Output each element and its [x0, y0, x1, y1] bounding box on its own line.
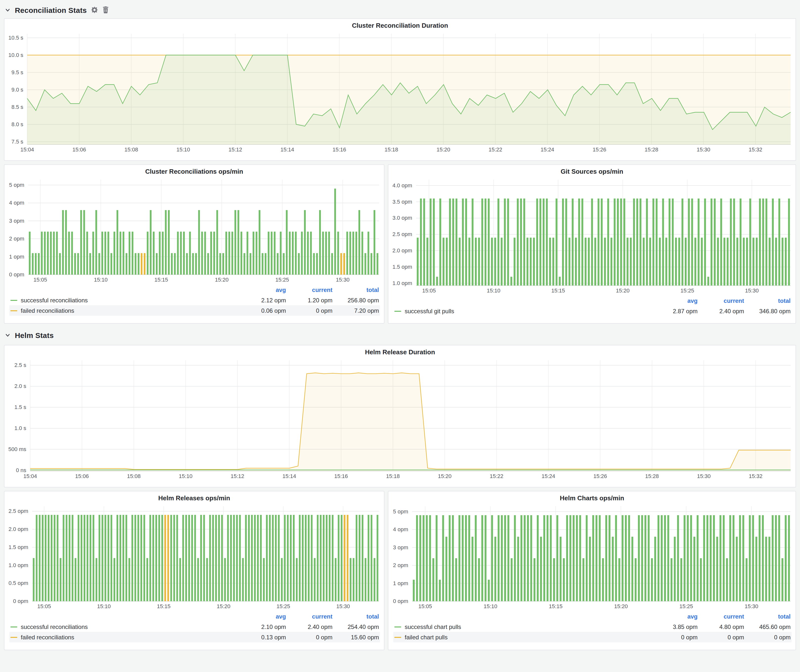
row-header-helm-stats[interactable]: Helm Stats [4, 328, 796, 342]
svg-text:3 opm: 3 opm [393, 544, 408, 550]
series-color-swatch [394, 626, 401, 627]
panel-title[interactable]: Cluster Reconciliations ops/min [5, 165, 384, 176]
panel-title[interactable]: Helm Releases ops/min [5, 491, 384, 502]
legend: avgcurrenttotalsuccessful reconciliation… [5, 285, 384, 316]
panel-title[interactable]: Cluster Reconciliation Duration [5, 19, 795, 30]
legend-value: 346.80 opm [744, 307, 790, 314]
svg-text:7.5 s: 7.5 s [11, 139, 23, 145]
svg-text:15:25: 15:25 [679, 603, 693, 610]
chart-cluster-reconciliations-opm[interactable]: 0 opm1 opm2 opm3 opm4 opm5 opm15:0515:10… [5, 176, 384, 285]
svg-text:15:18: 15:18 [386, 473, 400, 479]
svg-text:2 opm: 2 opm [9, 235, 24, 242]
chart-canvas[interactable]: 0 opm0.5 opm1.0 opm1.5 opm2.0 opm2.5 opm… [5, 502, 384, 611]
chevron-down-icon [5, 7, 10, 13]
svg-text:5 opm: 5 opm [393, 509, 408, 515]
svg-text:15:15: 15:15 [157, 603, 170, 610]
legend-value: 2.40 opm [698, 307, 744, 314]
svg-text:15:25: 15:25 [680, 288, 694, 294]
legend-header[interactable]: avg [240, 286, 286, 293]
legend-header[interactable]: total [744, 613, 790, 620]
legend-series-label[interactable]: failed reconciliations [10, 307, 240, 314]
svg-text:1.5 opm: 1.5 opm [9, 544, 29, 550]
gear-icon[interactable] [91, 6, 98, 13]
grafana-dashboard: Reconciliation Stats Cluster Reconciliat… [0, 0, 800, 672]
legend-header[interactable]: avg [651, 613, 698, 620]
legend: avgcurrenttotalsuccessful reconciliation… [5, 611, 384, 642]
panel-title[interactable]: Helm Release Duration [5, 346, 795, 356]
legend-header-row: avgcurrenttotal [393, 611, 792, 622]
series-color-swatch [10, 637, 17, 638]
svg-text:15:28: 15:28 [645, 473, 659, 479]
legend-header[interactable]: avg [240, 613, 286, 620]
chart-canvas[interactable]: 0 ns500 ms1.0 s1.5 s2.0 s2.5 s15:0415:06… [5, 356, 795, 481]
legend-series-label[interactable]: successful reconciliations [10, 623, 240, 630]
legend-value: 0 opm [286, 634, 333, 641]
legend-value: 15.60 opm [333, 634, 379, 641]
chart-canvas[interactable]: 0 opm1 opm2 opm3 opm4 opm5 opm15:0515:10… [5, 176, 384, 285]
svg-text:15:30: 15:30 [697, 473, 711, 479]
chart-canvas[interactable]: 1.0 opm1.5 opm2.0 opm2.5 opm3.0 opm3.5 o… [388, 176, 795, 295]
legend-header[interactable]: current [286, 613, 333, 620]
svg-text:3.0 opm: 3.0 opm [393, 215, 412, 221]
legend-value: 2.40 opm [286, 623, 333, 630]
row-title: Reconciliation Stats [15, 6, 87, 14]
panel-cluster-reconciliations-opm: Cluster Reconciliations ops/min 0 opm1 o… [4, 164, 384, 324]
svg-text:10.5 s: 10.5 s [8, 35, 23, 41]
chart-helm-charts-opm[interactable]: 0 opm1 opm2 opm3 opm4 opm5 opm15:0515:10… [388, 502, 795, 611]
legend-series-label[interactable]: failed chart pulls [394, 634, 651, 641]
svg-text:2.5 opm: 2.5 opm [9, 508, 29, 514]
legend-series-label[interactable]: failed reconciliations [10, 634, 240, 641]
row-header-reconciliation-stats[interactable]: Reconciliation Stats [4, 3, 796, 17]
legend-header[interactable]: current [286, 286, 333, 293]
svg-text:0 opm: 0 opm [9, 271, 24, 278]
chart-helm-releases-opm[interactable]: 0 opm0.5 opm1.0 opm1.5 opm2.0 opm2.5 opm… [5, 502, 384, 611]
svg-text:15:10: 15:10 [94, 277, 107, 283]
legend-header[interactable]: total [744, 297, 790, 304]
chart-canvas[interactable]: 0 opm1 opm2 opm3 opm4 opm5 opm15:0515:10… [388, 502, 795, 611]
svg-text:15:30: 15:30 [745, 288, 759, 294]
legend-header[interactable]: current [698, 297, 744, 304]
legend-value: 0 opm [286, 307, 333, 314]
svg-text:15:30: 15:30 [697, 146, 710, 153]
svg-text:1.0 opm: 1.0 opm [393, 280, 412, 286]
series-color-swatch [10, 626, 17, 627]
panel-title[interactable]: Helm Charts ops/min [388, 491, 795, 502]
legend-series-label[interactable]: successful chart pulls [394, 623, 651, 630]
legend-header[interactable]: total [333, 613, 379, 620]
svg-text:15:20: 15:20 [215, 277, 229, 283]
panel-helm-charts-opm: Helm Charts ops/min 0 opm1 opm2 opm3 opm… [388, 491, 796, 650]
svg-text:2.0 opm: 2.0 opm [9, 526, 29, 532]
trash-icon[interactable] [102, 6, 109, 13]
svg-text:15:25: 15:25 [277, 603, 290, 610]
svg-text:15:20: 15:20 [437, 146, 450, 153]
chart-helm-release-duration[interactable]: 0 ns500 ms1.0 s1.5 s2.0 s2.5 s15:0415:06… [5, 356, 795, 481]
svg-text:15:04: 15:04 [20, 146, 34, 153]
svg-text:15:30: 15:30 [336, 277, 350, 283]
legend-series-label[interactable]: successful reconciliations [10, 297, 240, 304]
chart-cluster-reconciliation-duration[interactable]: 7.5 s8.0 s8.5 s9.0 s9.5 s10.0 s10.5 s15:… [5, 30, 795, 154]
svg-text:15:12: 15:12 [229, 146, 242, 153]
panel-git-sources-opm: Git Sources ops/min 1.0 opm1.5 opm2.0 op… [388, 164, 796, 324]
legend-header[interactable]: total [333, 286, 379, 293]
svg-text:2.5 s: 2.5 s [14, 362, 26, 368]
chart-git-sources-opm[interactable]: 1.0 opm1.5 opm2.0 opm2.5 opm3.0 opm3.5 o… [388, 176, 795, 295]
chart-canvas[interactable]: 7.5 s8.0 s8.5 s9.0 s9.5 s10.0 s10.5 s15:… [5, 30, 795, 154]
row-title: Helm Stats [15, 331, 54, 339]
legend-series-label[interactable]: successful git pulls [394, 307, 651, 314]
panel-row-1: Cluster Reconciliations ops/min 0 opm1 o… [4, 164, 796, 324]
svg-text:15:24: 15:24 [541, 146, 554, 153]
svg-text:15:32: 15:32 [749, 146, 762, 153]
svg-text:15:05: 15:05 [418, 603, 432, 610]
legend-header[interactable]: current [698, 613, 744, 620]
svg-text:15:06: 15:06 [72, 146, 86, 153]
svg-text:15:12: 15:12 [230, 473, 244, 479]
svg-text:4.0 opm: 4.0 opm [393, 182, 412, 189]
panel-title[interactable]: Git Sources ops/min [388, 165, 795, 176]
svg-text:15:26: 15:26 [593, 146, 606, 153]
svg-text:2.0 s: 2.0 s [14, 383, 26, 389]
legend-value: 256.80 opm [333, 297, 379, 304]
legend-value: 2.87 opm [651, 307, 698, 314]
panel-row-2: Helm Releases ops/min 0 opm0.5 opm1.0 op… [4, 491, 796, 650]
legend-value: 4.80 opm [698, 623, 744, 630]
legend-header[interactable]: avg [651, 297, 698, 304]
